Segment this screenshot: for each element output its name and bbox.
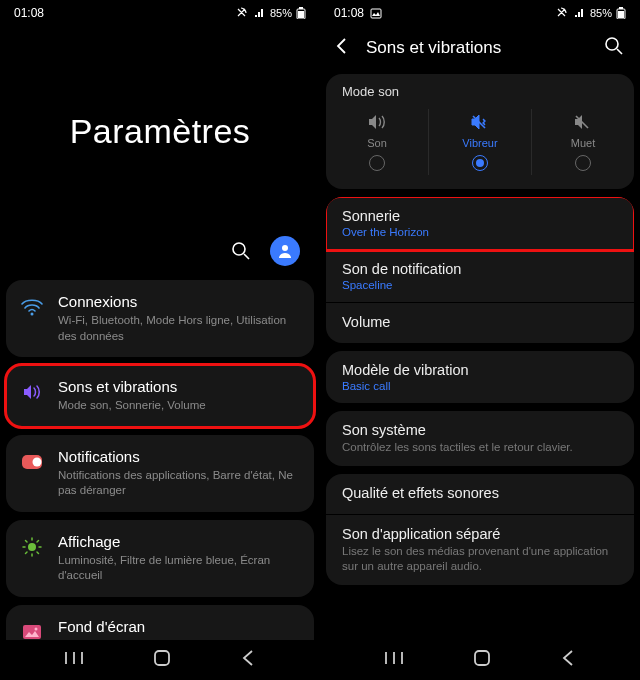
row-volume[interactable]: Volume (326, 303, 634, 343)
home-button[interactable] (153, 649, 171, 671)
search-button[interactable] (230, 240, 252, 262)
item-title: Notifications (58, 448, 300, 465)
row-sub: Basic call (342, 380, 618, 392)
row-title: Sonnerie (342, 208, 618, 224)
mode-sound[interactable]: Son (326, 109, 429, 175)
item-sub: Mode son, Sonnerie, Volume (58, 398, 300, 414)
status-icons: 85% (556, 7, 626, 19)
wallpaper-icon (20, 620, 44, 640)
settings-item-connexions[interactable]: Connexions Wi-Fi, Bluetooth, Mode Hors l… (6, 280, 314, 357)
svg-point-19 (35, 627, 38, 630)
signal-icon (254, 8, 266, 18)
sound-settings-section-4: Qualité et effets sonores Son d'applicat… (326, 474, 634, 585)
svg-rect-23 (155, 651, 169, 665)
status-bar: 01:08 85% (0, 0, 320, 26)
sound-settings-section-1: Sonnerie Over the Horizon Son de notific… (326, 197, 634, 343)
status-left: 01:08 (334, 6, 382, 20)
row-notification-sound[interactable]: Son de notification Spaceline (326, 250, 634, 303)
radio-button (472, 155, 488, 171)
row-sub: Over the Horizon (342, 226, 618, 238)
settings-item-sons[interactable]: Sons et vibrations Mode son, Sonnerie, V… (6, 365, 314, 427)
sound-mode-section: Mode son Son Vibreur Muet (326, 74, 634, 189)
vibrate-silent-icon (236, 7, 250, 19)
speaker-icon (367, 113, 387, 131)
mode-vibrate[interactable]: Vibreur (429, 109, 532, 175)
row-sonnerie[interactable]: Sonnerie Over the Horizon (326, 197, 634, 250)
mode-label: Vibreur (462, 137, 497, 149)
row-vibration-pattern[interactable]: Modèle de vibration Basic call (326, 351, 634, 403)
sound-icon (20, 380, 44, 404)
item-title: Affichage (58, 533, 300, 550)
back-button[interactable] (561, 650, 575, 670)
display-icon (20, 535, 44, 559)
svg-point-28 (606, 38, 618, 50)
clock: 01:08 (334, 6, 364, 20)
svg-rect-2 (299, 7, 303, 9)
battery-percent: 85% (590, 7, 612, 19)
battery-icon (616, 7, 626, 19)
item-title: Fond d'écran (58, 618, 300, 635)
chevron-left-icon (334, 37, 348, 55)
svg-line-29 (617, 49, 622, 54)
row-sound-quality[interactable]: Qualité et effets sonores (326, 474, 634, 515)
item-sub: Fond d'écran d'accueil, Fond d'écran de … (58, 638, 300, 640)
person-icon (277, 243, 293, 259)
vibrate-silent-icon (556, 7, 570, 19)
mode-mute[interactable]: Muet (532, 109, 634, 175)
row-title: Son système (342, 422, 618, 438)
settings-list: Connexions Wi-Fi, Bluetooth, Mode Hors l… (0, 280, 320, 640)
back-button[interactable] (334, 37, 348, 59)
mute-icon (573, 113, 593, 131)
svg-line-14 (26, 540, 28, 542)
settings-item-fond-ecran[interactable]: Fond d'écran Fond d'écran d'accueil, Fon… (6, 605, 314, 640)
settings-screen: 01:08 85% Paramètres Connexions (0, 0, 320, 680)
sound-settings-section-3: Son système Contrôlez les sons tactiles … (326, 411, 634, 466)
search-icon (231, 241, 251, 261)
screen-title: Sons et vibrations (366, 38, 586, 58)
svg-point-3 (233, 243, 245, 255)
svg-line-16 (37, 540, 39, 542)
item-sub: Notifications des applications, Barre d'… (58, 468, 300, 499)
row-separate-app-sound[interactable]: Son d'application séparé Lisez le son de… (326, 515, 634, 585)
row-title: Volume (342, 314, 618, 330)
navigation-bar (0, 640, 320, 680)
item-sub: Luminosité, Filtre de lumière bleue, Écr… (58, 553, 300, 584)
search-button[interactable] (604, 36, 624, 60)
svg-rect-27 (619, 7, 623, 9)
row-sub: Lisez le son des médias provenant d'une … (342, 544, 618, 574)
sound-settings-section-2: Modèle de vibration Basic call (326, 351, 634, 403)
svg-rect-1 (298, 11, 304, 18)
svg-point-6 (31, 313, 34, 316)
svg-rect-35 (475, 651, 489, 665)
item-sub: Wi-Fi, Bluetooth, Mode Hors ligne, Utili… (58, 313, 300, 344)
svg-line-17 (26, 552, 28, 554)
battery-percent: 85% (270, 7, 292, 19)
mode-label: Muet (571, 137, 595, 149)
sounds-screen: 01:08 85% Sons et vibrations Mode son (320, 0, 640, 680)
home-button[interactable] (473, 649, 491, 671)
battery-icon (296, 7, 306, 19)
clock: 01:08 (14, 6, 44, 20)
row-title: Modèle de vibration (342, 362, 618, 378)
settings-item-affichage[interactable]: Affichage Luminosité, Filtre de lumière … (6, 520, 314, 597)
radio-button (575, 155, 591, 171)
signal-icon (574, 8, 586, 18)
status-bar: 01:08 85% (320, 0, 640, 26)
recents-button[interactable] (385, 650, 403, 670)
svg-point-8 (33, 457, 42, 466)
account-avatar[interactable] (270, 236, 300, 266)
navigation-bar (320, 640, 640, 680)
page-title: Paramètres (0, 26, 320, 236)
back-button[interactable] (241, 650, 255, 670)
settings-item-notifications[interactable]: Notifications Notifications des applicat… (6, 435, 314, 512)
status-icons: 85% (236, 7, 306, 19)
row-title: Qualité et effets sonores (342, 485, 618, 501)
notification-icon (20, 450, 44, 474)
section-label: Mode son (326, 74, 634, 105)
svg-rect-24 (371, 9, 381, 18)
svg-rect-26 (618, 11, 624, 18)
radio-button (369, 155, 385, 171)
row-system-sound[interactable]: Son système Contrôlez les sons tactiles … (326, 411, 634, 466)
wifi-icon (20, 295, 44, 319)
recents-button[interactable] (65, 650, 83, 670)
